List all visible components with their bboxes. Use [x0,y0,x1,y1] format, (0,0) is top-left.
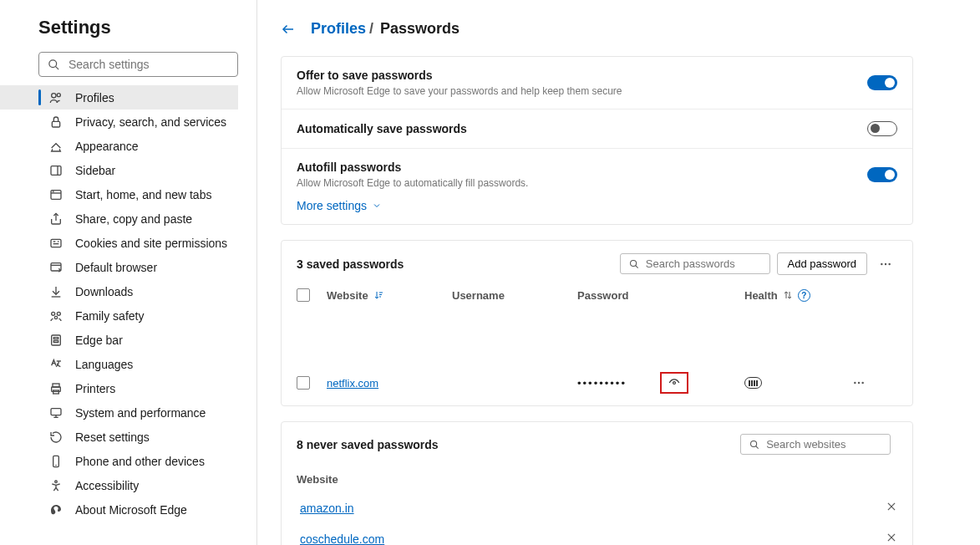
sidebar-item-cookies[interactable]: Cookies and site permissions [0,231,238,255]
svg-point-40 [888,262,890,264]
svg-rect-5 [51,166,61,175]
col-username[interactable]: Username [452,289,577,302]
sidebar-item-label: Downloads [75,285,133,298]
password-mask: ••••••••• [577,377,627,390]
settings-title: Settings [38,17,238,38]
svg-point-21 [54,316,57,318]
never-saved-col-website: Website [282,466,912,492]
select-all-checkbox[interactable] [297,288,310,302]
remove-never-saved-button[interactable] [886,532,897,545]
start-icon [48,187,63,202]
col-website[interactable]: Website [327,289,368,302]
breadcrumb-root[interactable]: Profiles [311,20,366,38]
autofill-desc: Allow Microsoft Edge to automatically fi… [297,177,528,189]
sidebar-item-about[interactable]: About Microsoft Edge [0,497,238,522]
col-health[interactable]: Health [744,289,778,302]
add-password-button[interactable]: Add password [777,252,867,275]
sidebar-item-label: Appearance [75,140,139,153]
more-settings-link[interactable]: More settings [297,199,382,212]
sidebar-item-label: Sidebar [75,164,115,177]
sidebar-item-label: Start, home, and new tabs [75,188,211,201]
sidebar-item-label: Languages [75,358,133,371]
sidebar-item-printers[interactable]: Printers [0,376,238,400]
sidebar-item-lock[interactable]: Privacy, search, and services [0,110,238,134]
sidebar-item-system[interactable]: System and performance [0,400,238,425]
autofill-toggle[interactable] [867,167,897,182]
saved-passwords-more-menu[interactable] [874,254,897,274]
never-saved-site-link[interactable]: coschedule.com [300,532,384,546]
svg-point-47 [673,382,676,385]
svg-point-3 [57,93,60,96]
sidebar-item-accessibility[interactable]: Accessibility [0,473,238,497]
more-horizontal-icon [852,376,866,390]
eye-icon[interactable] [667,377,682,389]
remove-never-saved-button[interactable] [886,501,897,515]
appearance-icon [48,139,63,154]
svg-point-51 [751,441,757,446]
settings-nav: ProfilesPrivacy, search, and servicesApp… [0,85,238,522]
svg-point-20 [57,312,60,315]
row-checkbox[interactable] [297,376,310,390]
svg-line-52 [756,446,759,448]
sidebar-item-label: Phone and other devices [75,455,205,468]
saved-passwords-count: 3 saved passwords [297,257,620,271]
svg-rect-4 [52,121,59,127]
cookies-icon [48,236,63,251]
phone-icon [48,454,63,469]
health-help-icon[interactable]: ? [798,289,810,302]
sidebar-item-profiles[interactable]: Profiles [0,85,238,110]
sidebar-item-languages[interactable]: Languages [0,352,238,376]
password-website-link[interactable]: netflix.com [327,377,378,390]
svg-point-50 [861,382,863,384]
saved-passwords-search[interactable] [620,253,770,274]
back-button[interactable] [281,22,296,37]
svg-point-38 [881,262,882,264]
col-password[interactable]: Password [577,289,744,302]
sidebar-item-browser[interactable]: Default browser [0,255,238,279]
svg-point-39 [885,262,886,264]
settings-search[interactable] [38,52,238,77]
close-icon [886,501,897,512]
offer-save-toggle[interactable] [867,75,897,90]
sidebar-item-start[interactable]: Start, home, and new tabs [0,182,238,206]
settings-search-input[interactable] [69,58,229,71]
sidebar-item-label: Cookies and site permissions [75,237,227,250]
chevron-down-icon [372,201,382,211]
never-saved-count: 8 never saved passwords [297,438,740,451]
svg-point-0 [49,59,57,67]
sidebar-item-family[interactable]: Family safety [0,303,238,328]
never-saved-site-link[interactable]: amazon.in [300,502,354,515]
reveal-password-highlight [660,372,688,394]
sidebar-item-edgebar[interactable]: Edge bar [0,328,238,352]
sidebar-item-label: About Microsoft Edge [75,503,187,517]
sidebar-item-appearance[interactable]: Appearance [0,134,238,158]
sort-icon [783,290,793,300]
svg-rect-23 [53,337,58,339]
sort-desc-icon [373,290,383,300]
svg-point-9 [53,191,53,192]
about-icon [48,502,63,517]
printers-icon [48,381,63,396]
svg-line-37 [635,265,637,267]
svg-line-1 [55,66,58,69]
never-saved-search-input[interactable] [766,438,881,451]
never-saved-search[interactable] [740,434,891,455]
sidebar-item-download[interactable]: Downloads [0,279,238,303]
accessibility-icon [48,478,63,493]
sidebar-item-reset[interactable]: Reset settings [0,425,238,449]
more-settings-label: More settings [297,199,367,212]
sidebar-item-label: Accessibility [75,479,139,492]
offer-save-title: Offer to save passwords [297,69,622,82]
sidebar-item-sidebar[interactable]: Sidebar [0,158,238,182]
row-more-menu[interactable] [847,373,897,393]
saved-passwords-search-input[interactable] [646,257,761,270]
more-horizontal-icon [879,257,892,271]
search-icon [48,59,60,71]
sidebar-item-share[interactable]: Share, copy and paste [0,206,238,231]
auto-save-toggle[interactable] [867,121,897,136]
sidebar-item-phone[interactable]: Phone and other devices [0,449,238,473]
never-saved-row: coschedule.com [282,523,912,545]
main-content: Profiles / Passwords Offer to save passw… [257,0,980,545]
breadcrumb-leaf: Passwords [380,20,460,38]
saved-passwords-card: 3 saved passwords Add password Website U… [281,240,913,406]
